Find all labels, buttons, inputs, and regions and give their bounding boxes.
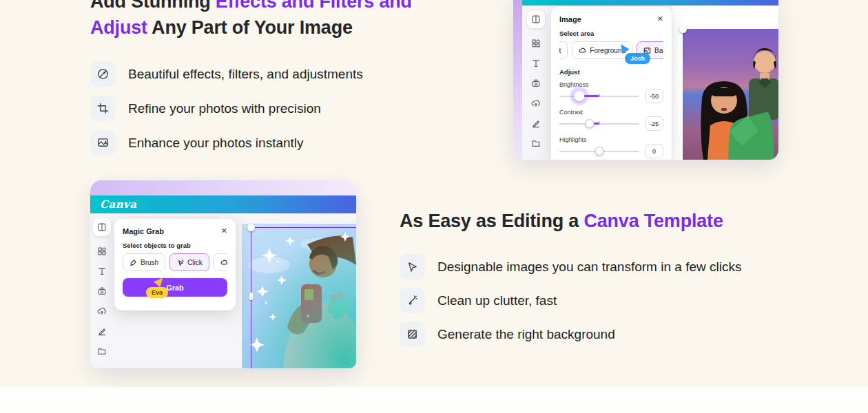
design-tab-icon[interactable] [93,218,111,236]
adjust-label: Adjust [559,68,663,76]
brightness-slider[interactable] [559,91,639,102]
feature-row: Refine your photos with precision [90,96,476,121]
feature-label: Refine your photos with precision [128,101,321,116]
foreground-cloud-icon [220,259,227,266]
heading-text-dark: As Easy as Editing a [400,211,583,231]
slider-label: Highlights [559,136,663,143]
magic-grab-editor-mockup: Canva [90,180,356,368]
slider-value[interactable]: -50 [645,89,663,103]
selection-handle[interactable] [247,224,255,231]
feature-label: Beautiful effects, filters, and adjustme… [128,67,363,82]
close-icon[interactable]: ✕ [657,14,663,23]
projects-tab-icon[interactable] [97,346,107,356]
select-area-label: Select area [559,30,663,37]
selection-handle[interactable] [679,25,687,33]
heading-text-dark: Add Stunning [90,0,216,12]
elements-tab-icon[interactable] [97,246,107,256]
button-label: nt [559,47,561,54]
canva-logo: Canva [100,198,137,211]
feature-row: Clean up clutter, fast [400,288,813,313]
pattern-icon [400,321,425,347]
editor-topbar [522,0,778,6]
cursor-icon [400,254,425,279]
slider-handle[interactable] [595,147,604,156]
collaborator-cursor-eva: Eva [156,277,168,298]
portrait-photo[interactable] [683,29,778,160]
effects-heading: Add Stunning Effects and Filters and Adj… [90,0,476,41]
click-cursor-icon [176,259,184,266]
selection-mid-handle[interactable] [249,293,253,300]
editor-body: Image ✕ Select area nt Foreground Backgr… [522,6,778,160]
collaborator-name-tag: Eva [146,287,168,298]
slider-handle[interactable] [575,91,585,101]
button-label: Background [654,47,663,54]
template-feature-list: Designable images you can transform in a… [400,254,813,347]
feature-row: Generate the right background [400,321,813,347]
elements-tab-icon[interactable] [531,39,541,48]
template-feature-block: As Easy as Editing a Canva Template Desi… [400,208,813,347]
grab-button[interactable]: Grab [123,278,227,297]
draw-tab-icon[interactable] [97,326,107,336]
magic-grab-panel: Magic Grab ✕ Select objects to grab Brus… [114,219,236,310]
image-adjust-panel: Image ✕ Select area nt Foreground Backgr… [551,7,672,160]
projects-tab-icon[interactable] [531,138,541,148]
slider-value[interactable]: 0 [645,144,663,158]
collaborator-name-tag: Josh [625,53,650,64]
editor-sidebar [90,213,114,368]
wand-icon [400,288,425,313]
brightness-slider-group: Brightness -50 [559,81,663,103]
editor-sidebar [522,6,550,160]
selfie-photo[interactable] [242,224,356,368]
brand-tab-icon[interactable] [531,78,541,88]
text-tab-icon[interactable] [97,266,107,276]
heading-text-dark: Any Part of Your Image [147,17,353,38]
draw-tab-icon[interactable] [531,118,541,128]
effects-feature-block: Add Stunning Effects and Filters and Adj… [90,0,476,156]
cursor-pointer-icon [154,275,166,288]
feature-label: Generate the right background [437,327,615,342]
panel-title: Magic Grab [123,227,164,235]
contrast-slider-group: Contrast -25 [559,109,663,131]
feature-row: Designable images you can transform in a… [400,254,813,279]
template-heading: As Easy as Editing a Canva Template [400,208,813,234]
highlights-slider[interactable] [559,146,639,157]
text-tab-icon[interactable] [531,59,541,68]
slider-handle[interactable] [585,119,594,128]
brush-button[interactable]: Brush [123,253,165,271]
foreground-button[interactable]: Foreground [214,253,227,271]
enhance-icon [90,130,116,156]
effects-feature-list: Beautiful effects, filters, and adjustme… [90,61,476,156]
collaborator-cursor-josh: Josh [619,43,650,64]
foreground-cloud-icon [579,47,586,54]
close-icon[interactable]: ✕ [221,226,227,235]
cursor-pointer-icon [617,42,629,54]
feature-row: Beautiful effects, filters, and adjustme… [90,61,476,87]
point-button-truncated[interactable]: nt [559,41,568,59]
editor-body: Magic Grab ✕ Select objects to grab Brus… [90,213,356,368]
adjust-editor-mockup: Image ✕ Select area nt Foreground Backgr… [513,0,778,160]
click-button[interactable]: Click [169,253,209,271]
effects-icon [90,61,116,87]
heading-text-purple: Canva Template [583,211,723,231]
feature-label: Clean up clutter, fast [437,293,557,308]
canva-features-page: Add Stunning Effects and Filters and Adj… [0,0,868,413]
slider-value[interactable]: -25 [645,116,663,131]
editor-topbar: Canva [90,195,356,213]
heading-text-purple: Adjust [90,17,147,38]
slider-label: Brightness [559,81,663,88]
feature-label: Enhance your photos instantly [128,136,304,151]
feature-label: Designable images you can transform in a… [437,260,741,275]
grab-mode-buttons: Brush Click Foreground › [123,253,227,271]
contrast-slider[interactable] [559,118,639,129]
button-label: Click [187,259,203,266]
uploads-tab-icon[interactable] [531,98,541,108]
crop-icon [90,96,116,121]
brand-tab-icon[interactable] [97,286,107,296]
uploads-tab-icon[interactable] [97,306,107,316]
slider-label: Contrast [559,109,663,116]
selection-border [251,227,356,368]
effects-heading-line2: Adjust Any Part of Your Image [90,14,476,41]
button-label: Brush [141,259,158,266]
heading-text-purple: Effects and Filters and [216,0,412,12]
design-tab-icon[interactable] [527,10,545,28]
